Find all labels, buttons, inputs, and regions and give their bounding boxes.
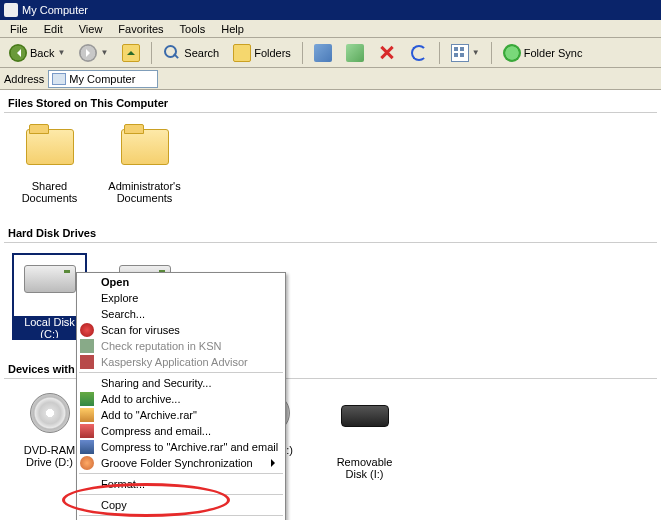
chevron-down-icon: ▼ (472, 48, 480, 57)
delete-icon (378, 44, 396, 62)
computer-icon (52, 73, 66, 85)
folders-button[interactable]: Folders (228, 41, 296, 65)
back-label: Back (30, 47, 54, 59)
folder-sync-label: Folder Sync (524, 47, 583, 59)
views-button[interactable]: ▼ (446, 41, 485, 65)
menu-edit[interactable]: Edit (38, 22, 69, 36)
advisor-icon (80, 355, 94, 369)
groove-icon (80, 456, 94, 470)
address-label: Address (4, 73, 44, 85)
folders-label: Folders (254, 47, 291, 59)
menu-view[interactable]: View (73, 22, 109, 36)
back-button[interactable]: Back ▼ (4, 41, 70, 65)
undo-button[interactable] (405, 41, 433, 65)
delete-button[interactable] (373, 41, 401, 65)
chevron-right-icon (271, 459, 279, 467)
archive-icon (80, 408, 94, 422)
title-bar: My Computer (0, 0, 661, 20)
search-button[interactable]: Search (158, 41, 224, 65)
menu-tools[interactable]: Tools (174, 22, 212, 36)
cm-add-archive[interactable]: Add to archive... (77, 391, 285, 407)
context-menu: Open Explore Search... Scan for viruses … (76, 272, 286, 520)
cm-kaspersky-advisor: Kaspersky Application Advisor (77, 354, 285, 370)
archive-icon (80, 392, 94, 406)
cm-groove-sync[interactable]: Groove Folder Synchronization (77, 455, 285, 471)
cm-explore[interactable]: Explore (77, 290, 285, 306)
group-files-stored: Files Stored on This Computer (4, 94, 657, 113)
virus-icon (80, 323, 94, 337)
window-title: My Computer (22, 4, 88, 16)
folder-icon (121, 129, 169, 165)
cd-icon (30, 393, 70, 433)
folders-icon (233, 44, 251, 62)
up-button[interactable] (117, 41, 145, 65)
forward-icon (79, 44, 97, 62)
item-label: Shared Documents (12, 180, 87, 204)
cm-ksn: Check reputation in KSN (77, 338, 285, 354)
address-value: My Computer (69, 73, 135, 85)
address-bar: Address My Computer (0, 68, 661, 90)
up-icon (122, 44, 140, 62)
cm-compress-rar-email[interactable]: Compress to "Archive.rar" and email (77, 439, 285, 455)
group-hard-drives: Hard Disk Drives (4, 224, 657, 243)
separator (79, 473, 283, 474)
cm-copy[interactable]: Copy (77, 497, 285, 513)
item-label: Removable Disk (I:) (327, 456, 402, 480)
archive-icon (80, 424, 94, 438)
drive-icon (24, 265, 76, 293)
copy-icon (346, 44, 364, 62)
back-icon (9, 44, 27, 62)
cm-add-rar[interactable]: Add to "Archive.rar" (77, 407, 285, 423)
removable-icon (341, 405, 389, 427)
undo-icon (410, 44, 428, 62)
separator (491, 42, 492, 64)
separator (439, 42, 440, 64)
archive-icon (80, 440, 94, 454)
menu-help[interactable]: Help (215, 22, 250, 36)
cm-open[interactable]: Open (77, 274, 285, 290)
toolbar: Back ▼ ▼ Search Folders ▼ Folder Sync (0, 38, 661, 68)
separator (79, 515, 283, 516)
menu-bar: File Edit View Favorites Tools Help (0, 20, 661, 38)
separator (302, 42, 303, 64)
menu-favorites[interactable]: Favorites (112, 22, 169, 36)
check-icon (80, 339, 94, 353)
cm-compress-email[interactable]: Compress and email... (77, 423, 285, 439)
menu-file[interactable]: File (4, 22, 34, 36)
cm-sharing[interactable]: Sharing and Security... (77, 375, 285, 391)
search-icon (163, 44, 181, 62)
separator (79, 494, 283, 495)
separator (151, 42, 152, 64)
item-shared-documents[interactable]: Shared Documents (12, 123, 87, 204)
copy-to-button[interactable] (341, 41, 369, 65)
cm-search[interactable]: Search... (77, 306, 285, 322)
forward-button[interactable]: ▼ (74, 41, 113, 65)
separator (79, 372, 283, 373)
cm-format[interactable]: Format... (77, 476, 285, 492)
item-label: Administrator's Documents (107, 180, 182, 204)
item-admin-documents[interactable]: Administrator's Documents (107, 123, 182, 204)
folder-icon (26, 129, 74, 165)
views-icon (451, 44, 469, 62)
computer-icon (4, 3, 18, 17)
search-label: Search (184, 47, 219, 59)
address-input[interactable]: My Computer (48, 70, 158, 88)
chevron-down-icon: ▼ (57, 48, 65, 57)
chevron-down-icon: ▼ (100, 48, 108, 57)
item-removable-i[interactable]: Removable Disk (I:) (327, 389, 402, 480)
move-to-button[interactable] (309, 41, 337, 65)
sync-icon (503, 44, 521, 62)
move-icon (314, 44, 332, 62)
cm-scan-viruses[interactable]: Scan for viruses (77, 322, 285, 338)
folder-sync-button[interactable]: Folder Sync (498, 41, 588, 65)
